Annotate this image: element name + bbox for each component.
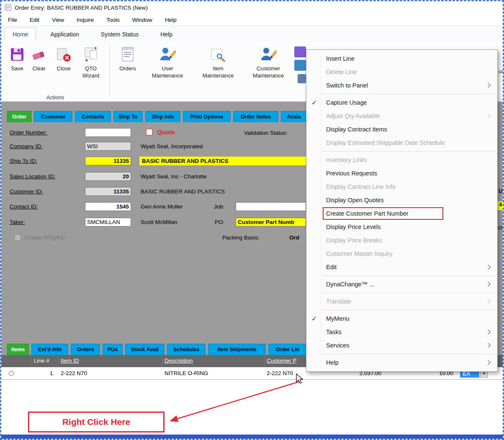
- po-input[interactable]: Customer Part Numb: [236, 218, 306, 226]
- column-header-description[interactable]: Description: [165, 358, 193, 364]
- orders-button[interactable]: Orders: [114, 46, 141, 72]
- annotation-callout: Right Click Here: [28, 412, 165, 432]
- menu-item-dynachange[interactable]: DynaChange™ ...: [306, 278, 497, 291]
- column-divider: [264, 356, 265, 366]
- menu-item-adjust-qty-available: Adjust Qty Available: [306, 109, 497, 123]
- menu-item-mymenu[interactable]: ✓ MyMenu: [306, 312, 497, 325]
- qto-wizard-button[interactable]: QTO Wizard: [77, 46, 104, 79]
- menu-item-services[interactable]: Services: [306, 339, 497, 352]
- company-description: Wyatt Seal, Incorporated: [141, 143, 203, 149]
- po-label: PO:: [215, 219, 224, 225]
- ribbon-tab-help[interactable]: Help: [153, 28, 180, 41]
- tab-avala[interactable]: Avala: [281, 111, 307, 122]
- menu-item-switch-to-panel[interactable]: Switch to Panel: [306, 79, 497, 92]
- menu-help[interactable]: Help: [165, 17, 177, 23]
- menu-item-label: Display Estimated Shippable Date Schedul…: [326, 139, 445, 146]
- menu-item-help[interactable]: Help: [306, 356, 497, 369]
- customer-maintenance-label: Customer Maintenance: [251, 65, 286, 79]
- bottom-bar: [1, 435, 503, 440]
- packing-basis-label: Packing Basis:: [222, 234, 260, 241]
- user-maintenance-button[interactable]: User Maintenance: [150, 46, 185, 79]
- menu-item-label: Display Price Levels: [326, 224, 381, 230]
- company-id-input[interactable]: WSI: [85, 142, 131, 151]
- clear-label: Clear: [32, 65, 45, 72]
- window-title: Order Entry: BASIC RUBBER AND PLASTICS (…: [15, 5, 148, 11]
- column-header-item-id[interactable]: Item ID: [61, 358, 79, 364]
- contact-id-input[interactable]: 1545: [85, 202, 131, 211]
- tab-schedules[interactable]: Schedules: [167, 344, 206, 355]
- qto-wizard-icon: [82, 46, 100, 63]
- job-label: Job:: [214, 203, 225, 210]
- tab-print-options[interactable]: Print Options: [183, 111, 231, 122]
- menu-edit[interactable]: Edit: [30, 17, 39, 23]
- menu-item-label: Insert Line: [326, 55, 355, 62]
- menu-item-customer-master-inquiry: Customer Master Inquiry: [306, 247, 497, 260]
- tab-customer[interactable]: Customer: [34, 111, 72, 122]
- tab-contacts[interactable]: Contacts: [75, 111, 111, 122]
- menu-item-display-contract-items[interactable]: Display Contract Items: [306, 123, 497, 136]
- menu-view[interactable]: View: [52, 17, 64, 23]
- menu-item-previous-requests[interactable]: Previous Requests: [306, 167, 497, 180]
- submenu-arrow-icon: [486, 343, 490, 347]
- customer-description: BASIC RUBBER AND PLASTICS: [141, 188, 225, 195]
- menu-item-display-open-quotes[interactable]: Display Open Quotes: [306, 193, 497, 207]
- tab-order-notes[interactable]: Order Notes: [233, 111, 278, 122]
- menu-tools[interactable]: Tools: [106, 17, 120, 23]
- sales-location-id-input[interactable]: 20: [85, 172, 131, 181]
- menu-item-label: Previous Requests: [326, 170, 377, 177]
- create-rfq-po-checkbox[interactable]: [15, 234, 21, 241]
- job-input[interactable]: [236, 202, 306, 211]
- sales-location-id-label: Sales Location ID:: [10, 173, 56, 180]
- menu-window[interactable]: Window: [132, 17, 152, 23]
- ribbon-tab-strip: Home Application System Status Help: [1, 26, 503, 41]
- tab-items[interactable]: Items: [7, 344, 29, 355]
- submenu-arrow-icon: [486, 83, 490, 87]
- menu-item-display-price-breaks: Display Price Breaks: [306, 234, 497, 247]
- menu-item-create-customer-part-number[interactable]: Create Customer Part Number: [306, 207, 497, 220]
- row-selector-radio[interactable]: [9, 371, 14, 376]
- tab-ship-to[interactable]: Ship To: [113, 111, 143, 122]
- ship-to-name-field[interactable]: BASIC RUBBER AND PLASTICS: [139, 157, 307, 165]
- ribbon-tab-system-status[interactable]: System Status: [93, 28, 146, 41]
- menu-item-capture-usage[interactable]: ✓ Capture Usage: [306, 96, 497, 109]
- partially-hidden-ribbon-icon: [294, 60, 306, 71]
- ribbon-edge-text-fragment: un: [499, 68, 504, 75]
- menu-item-tasks[interactable]: Tasks: [306, 325, 497, 339]
- quote-checkbox[interactable]: [146, 129, 153, 136]
- tab-extd-info[interactable]: Ext'd Info: [31, 344, 68, 355]
- ship-to-id-input[interactable]: 11335: [85, 157, 131, 165]
- menu-item-display-price-levels[interactable]: Display Price Levels: [306, 220, 497, 234]
- close-button[interactable]: Close: [50, 46, 77, 72]
- tab-order-lines[interactable]: Order Lin: [268, 344, 307, 355]
- clear-button[interactable]: Clear: [26, 46, 52, 72]
- ribbon-tab-application[interactable]: Application: [43, 28, 87, 41]
- create-rfq-po-label: Create RFQ/PO: [25, 234, 65, 241]
- column-header-line[interactable]: Line #: [34, 358, 49, 364]
- customer-pencil-icon: [260, 46, 277, 63]
- tab-pos[interactable]: POs: [103, 344, 123, 355]
- tab-stock-avail[interactable]: Stock Avail: [125, 344, 165, 355]
- column-divider: [31, 356, 31, 366]
- item-maintenance-button[interactable]: Item Maintenance: [201, 46, 236, 79]
- tab-orders[interactable]: Orders: [71, 344, 100, 355]
- menu-item-edit[interactable]: Edit: [306, 260, 497, 274]
- tab-item-shipments[interactable]: Item Shipments: [208, 344, 266, 355]
- customer-id-input[interactable]: 11335: [85, 187, 131, 196]
- menu-item-label: Adjust Qty Available: [326, 113, 380, 119]
- menu-item-insert-line[interactable]: Insert Line: [306, 52, 497, 65]
- menu-inquire[interactable]: Inquire: [77, 17, 94, 23]
- menu-item-label: MyMenu: [326, 315, 350, 322]
- ribbon-tab-home[interactable]: Home: [5, 28, 36, 41]
- tab-ship-info[interactable]: Ship Info: [145, 111, 180, 122]
- taker-input[interactable]: SMCMILLAN: [85, 218, 131, 226]
- menu-file[interactable]: File: [8, 17, 17, 23]
- order-number-input[interactable]: [85, 128, 131, 137]
- window-document-icon: [5, 4, 11, 11]
- column-header-customer-part[interactable]: Customer P: [267, 358, 296, 364]
- customer-maintenance-button[interactable]: Customer Maintenance: [251, 46, 286, 79]
- contact-id-label: Contact ID:: [10, 203, 38, 210]
- tab-order[interactable]: Order: [7, 111, 31, 122]
- validation-status-label: Validation Status:: [244, 130, 288, 136]
- menu-item-label: Create Customer Part Number: [326, 210, 409, 217]
- menu-item-label: Customer Master Inquiry: [326, 250, 393, 257]
